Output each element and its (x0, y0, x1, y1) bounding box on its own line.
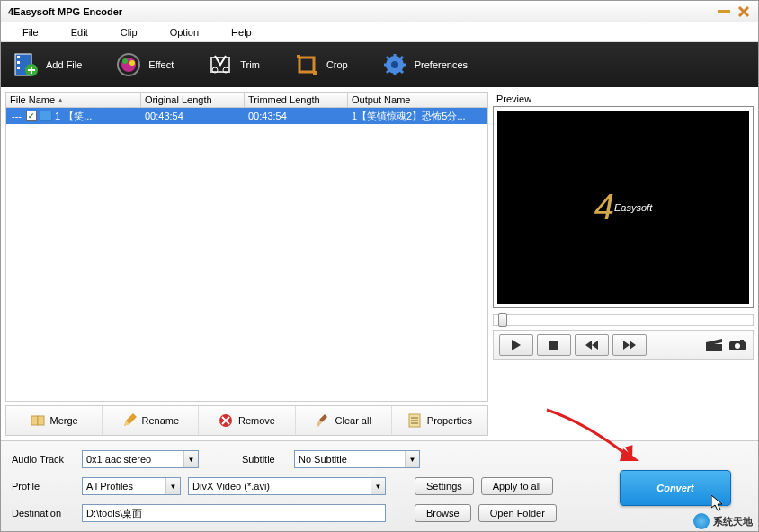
svg-rect-25 (549, 341, 558, 350)
svg-point-28 (735, 343, 740, 349)
play-button[interactable] (499, 334, 533, 356)
row-trimlen: 00:43:54 (245, 111, 348, 121)
svg-rect-19 (38, 416, 44, 425)
stop-button[interactable] (537, 334, 571, 356)
table-row[interactable]: --- ✓ 1 【笑... 00:43:54 00:43:54 1【笑镇惊魂2】… (6, 108, 487, 124)
toolbar: Add File Effect Trim Crop Preferences (1, 42, 758, 87)
row-origlen: 00:43:54 (141, 111, 245, 121)
svg-rect-3 (17, 61, 20, 64)
col-trimlen[interactable]: Trimmed Length (245, 93, 348, 107)
bottom-panel: Audio Track 0x1 aac stereo▼ Subtitle No … (1, 440, 758, 531)
row-outname: 1【笑镇惊魂2】恐怖5分... (348, 110, 487, 123)
window-title: 4Easysoft MPG Encoder (8, 6, 711, 17)
properties-icon (407, 413, 422, 428)
col-filename[interactable]: File Name▲ (6, 93, 141, 107)
dropdown-arrow-icon: ▼ (183, 451, 198, 467)
toolbar-add-file[interactable]: Add File (10, 49, 85, 81)
watermark-icon (693, 513, 710, 529)
toolbar-trim[interactable]: Trim (204, 49, 263, 81)
svg-rect-2 (17, 56, 20, 58)
toolbar-crop-label: Crop (326, 59, 348, 70)
profile-label: Profile (12, 481, 75, 492)
properties-button[interactable]: Properties (392, 406, 487, 435)
convert-button[interactable]: Convert (620, 470, 731, 506)
apply-to-all-button[interactable]: Apply to all (481, 477, 553, 495)
dropdown-arrow-icon: ▼ (405, 451, 419, 467)
destination-input[interactable]: D:\tools\桌面 (82, 504, 386, 522)
crop-icon (294, 52, 319, 77)
merge-icon (31, 413, 45, 428)
settings-button[interactable]: Settings (415, 477, 474, 495)
dropdown-arrow-icon: ▼ (165, 478, 180, 494)
svg-rect-13 (299, 58, 314, 72)
col-origlen[interactable]: Original Length (141, 93, 245, 107)
clearall-button[interactable]: Clear all (296, 406, 392, 435)
file-list[interactable]: --- ✓ 1 【笑... 00:43:54 00:43:54 1【笑镇惊魂2】… (5, 108, 488, 402)
pencil-icon (122, 413, 137, 428)
app-window: 4Easysoft MPG Encoder File Edit Clip Opt… (0, 0, 759, 532)
profile-category-select[interactable]: All Profiles▼ (82, 477, 181, 495)
toolbar-crop[interactable]: Crop (290, 49, 352, 81)
close-button[interactable] (737, 4, 751, 19)
audiotrack-select[interactable]: 0x1 aac stereo▼ (82, 450, 199, 468)
toolbar-trim-label: Trim (240, 59, 260, 70)
destination-label: Destination (12, 508, 75, 519)
easysoft-logo: 4Easysoft (594, 187, 652, 227)
rename-button[interactable]: Rename (103, 406, 199, 435)
file-buttons: Merge Rename Remove Clear all Properties (5, 405, 488, 436)
row-idx: 1 (55, 111, 60, 121)
preview-label: Preview (493, 92, 754, 106)
trim-icon (208, 52, 233, 77)
menu-edit[interactable]: Edit (55, 25, 104, 40)
menu-clip[interactable]: Clip (104, 25, 154, 40)
toolbar-effect-label: Effect (148, 59, 174, 70)
expand-marker: --- (12, 111, 22, 121)
menu-help[interactable]: Help (215, 25, 268, 40)
svg-point-9 (129, 60, 135, 66)
menubar: File Edit Clip Option Help (1, 22, 758, 42)
profile-format-select[interactable]: DivX Video (*.avi)▼ (188, 477, 386, 495)
remove-button[interactable]: Remove (199, 406, 295, 435)
preview-screen[interactable]: 4Easysoft (497, 111, 749, 304)
gear-icon (382, 52, 407, 77)
seek-bar[interactable] (493, 314, 754, 326)
row-checkbox[interactable]: ✓ (26, 111, 37, 121)
watermark: 系统天地 (693, 513, 753, 529)
subtitle-label: Subtitle (242, 454, 287, 465)
broom-icon (316, 413, 330, 428)
minimize-button[interactable] (717, 4, 731, 19)
next-button[interactable] (612, 334, 647, 356)
menu-file[interactable]: File (6, 25, 55, 40)
svg-point-8 (122, 58, 128, 64)
menu-option[interactable]: Option (154, 25, 215, 40)
col-outname[interactable]: Output Name (348, 93, 487, 107)
main-area: File Name▲ Original Length Trimmed Lengt… (1, 87, 758, 440)
toolbar-add-file-label: Add File (46, 59, 82, 70)
subtitle-select[interactable]: No Subtitle▼ (294, 450, 420, 468)
open-folder-button[interactable]: Open Folder (478, 504, 557, 522)
file-panel: File Name▲ Original Length Trimmed Lengt… (5, 92, 488, 436)
browse-button[interactable]: Browse (415, 504, 471, 522)
svg-rect-0 (718, 10, 730, 13)
svg-rect-26 (706, 344, 722, 351)
playback-controls (493, 330, 754, 360)
svg-rect-14 (297, 55, 300, 58)
row-filename: 【笑... (64, 110, 92, 123)
video-file-icon (40, 111, 52, 121)
toolbar-effect[interactable]: Effect (112, 49, 177, 81)
sort-asc-icon: ▲ (57, 96, 64, 104)
svg-rect-4 (17, 66, 20, 69)
dropdown-arrow-icon: ▼ (371, 478, 385, 494)
toolbar-preferences[interactable]: Preferences (379, 49, 471, 81)
watermark-text: 系统天地 (713, 515, 753, 528)
merge-button[interactable]: Merge (6, 406, 103, 435)
audiotrack-label: Audio Track (12, 454, 75, 465)
prev-button[interactable] (575, 334, 609, 356)
camera-icon[interactable] (728, 334, 747, 356)
clapper-icon[interactable] (704, 334, 724, 356)
svg-point-17 (391, 61, 398, 68)
preview-box: 4Easysoft (493, 106, 754, 308)
seek-thumb[interactable] (498, 313, 507, 327)
preview-panel: Preview 4Easysoft (493, 92, 754, 436)
toolbar-preferences-label: Preferences (415, 59, 468, 70)
